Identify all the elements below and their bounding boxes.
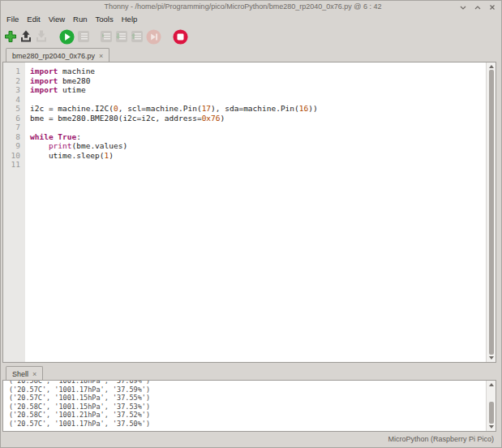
menu-item-tools[interactable]: Tools xyxy=(92,14,118,24)
close-icon[interactable] xyxy=(489,4,496,11)
shell-scrollbar[interactable] xyxy=(486,381,496,431)
save-file-icon xyxy=(35,30,48,43)
load-file-button[interactable] xyxy=(19,30,32,43)
shell-tab-bar: Shell × xyxy=(2,365,43,381)
code-line: print(bme.values) xyxy=(30,141,318,151)
editor-scrollbar-thumb[interactable] xyxy=(489,70,494,355)
toolbar xyxy=(1,26,501,47)
editor-tab-bar: bme280_rp2040_0x76.py × xyxy=(2,47,109,62)
status-bar: MicroPython (Raspberry Pi Pico) xyxy=(1,430,501,447)
resume-icon xyxy=(146,29,161,45)
step-over-button xyxy=(100,30,113,43)
tab-shell[interactable]: Shell × xyxy=(6,366,43,381)
code-line: i2c = machine.I2C(0, scl=machine.Pin(17)… xyxy=(30,104,318,114)
menu-item-run[interactable]: Run xyxy=(69,14,91,24)
shell-tab-close-icon[interactable]: × xyxy=(32,370,36,378)
shell-panel[interactable]: ('20.58C', '1001.18hPa', '37.69%')('20.5… xyxy=(2,380,496,432)
shell-line: ('20.58C', '1001.21hPa', '37.52%') xyxy=(9,411,496,420)
stop-restart-button[interactable] xyxy=(173,29,188,45)
code-line: import machine xyxy=(30,67,318,76)
shell-line: ('20.57C', '1001.15hPa', '37.55%') xyxy=(9,394,496,403)
window-controls xyxy=(460,4,496,11)
tab-editor-file[interactable]: bme280_rp2040_0x76.py × xyxy=(6,48,109,62)
new-file-button[interactable] xyxy=(4,30,17,43)
thonny-window: Thonny - /home/pi/Programming/pico/Micro… xyxy=(0,0,502,448)
menu-item-edit[interactable]: Edit xyxy=(23,14,44,24)
shell-line: ('20.57C', '1001.17hPa', '37.50%') xyxy=(9,420,496,429)
title-bar: Thonny - /home/pi/Programming/pico/Micro… xyxy=(1,1,501,13)
editor-scrollbar[interactable] xyxy=(486,62,496,362)
maximize-icon[interactable] xyxy=(474,4,481,11)
line-number: 6 xyxy=(3,114,25,123)
code-line: import utime xyxy=(30,85,318,95)
code-line: utime.sleep(1) xyxy=(30,151,318,161)
scroll-up-icon[interactable] xyxy=(489,383,494,386)
run-script-icon xyxy=(59,29,75,45)
menu-item-help[interactable]: Help xyxy=(118,14,142,24)
code-line xyxy=(30,160,318,170)
code-line xyxy=(30,123,318,132)
code-line: import bme280 xyxy=(30,76,318,86)
run-script-button[interactable] xyxy=(59,29,75,45)
shell-line: ('20.57C', '1001.17hPa', '37.59%') xyxy=(9,386,496,394)
scroll-down-icon[interactable] xyxy=(489,356,494,360)
shell-scrollbar-thumb[interactable] xyxy=(489,402,494,424)
line-number: 8 xyxy=(3,132,25,142)
code-line: while True: xyxy=(30,132,318,142)
code-editor[interactable]: 1234567891011 import machineimport bme28… xyxy=(2,62,496,363)
step-over-icon xyxy=(100,30,113,43)
editor-tab-close-icon[interactable]: × xyxy=(99,52,103,60)
code-line: bme = bme280.BME280(i2c=i2c, address=0x7… xyxy=(30,114,318,123)
line-number: 10 xyxy=(3,151,25,161)
step-into-button xyxy=(115,30,128,43)
scroll-up-icon[interactable] xyxy=(489,65,494,68)
line-number-gutter: 1234567891011 xyxy=(3,62,25,362)
menu-item-view[interactable]: View xyxy=(45,14,69,24)
step-into-icon xyxy=(115,30,128,43)
line-number: 2 xyxy=(3,76,25,86)
stop-restart-icon xyxy=(173,29,188,45)
line-number: 5 xyxy=(3,104,25,114)
backend-status: MicroPython (Raspberry Pi Pico) xyxy=(388,435,494,443)
step-out-icon xyxy=(131,30,144,43)
line-number: 9 xyxy=(3,141,25,151)
load-file-icon xyxy=(19,30,32,43)
new-file-icon xyxy=(4,30,17,43)
save-file-button xyxy=(35,30,48,43)
shell-tab-label: Shell xyxy=(12,370,28,378)
debug-script-button xyxy=(77,30,90,43)
debug-script-icon xyxy=(77,30,90,43)
shell-output: ('20.58C', '1001.18hPa', '37.69%')('20.5… xyxy=(9,380,496,428)
line-number: 3 xyxy=(3,85,25,95)
editor-tab-label: bme280_rp2040_0x76.py xyxy=(12,52,95,60)
step-out-button xyxy=(131,30,144,43)
window-title: Thonny - /home/pi/Programming/pico/Micro… xyxy=(33,2,453,11)
resume-button xyxy=(146,29,161,45)
minimize-icon[interactable] xyxy=(460,4,466,11)
line-number: 11 xyxy=(3,160,25,170)
shell-line: ('20.58C', '1001.15hPa', '37.53%') xyxy=(9,403,496,411)
code-text: import machineimport bme280import utime … xyxy=(30,67,318,170)
menu-bar: FileEditViewRunToolsHelp xyxy=(2,13,141,24)
line-number: 7 xyxy=(3,123,25,132)
line-number: 1 xyxy=(3,67,25,76)
menu-item-file[interactable]: File xyxy=(2,14,23,24)
line-number: 4 xyxy=(3,95,25,105)
scroll-down-icon[interactable] xyxy=(489,425,494,429)
code-line xyxy=(30,95,318,105)
